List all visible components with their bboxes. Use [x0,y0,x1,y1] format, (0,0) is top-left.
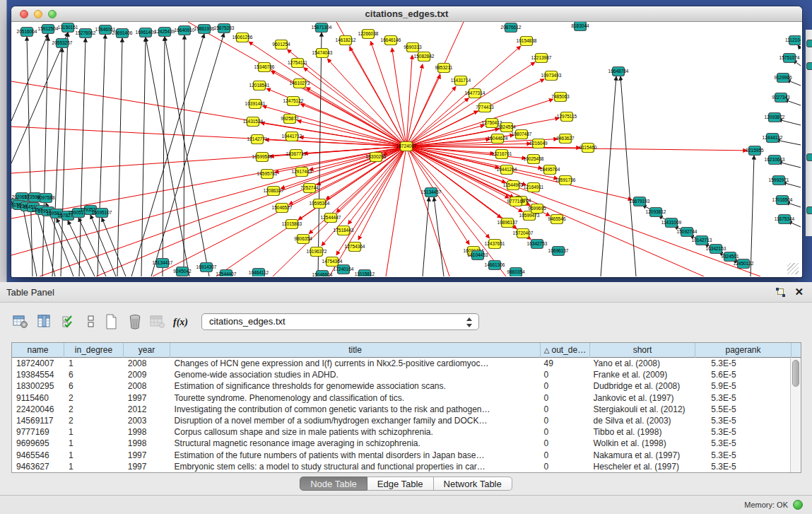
graph-node[interactable]: 12093812 [646,208,666,217]
table-row[interactable]: 1830029562008Estimation of significance … [12,380,790,392]
graph-node[interactable]: 14595781 [257,170,278,179]
column-visibility-button[interactable] [35,313,54,331]
graph-node[interactable]: 12266038 [358,30,379,39]
graph-node[interactable]: 15474043 [312,49,333,58]
table-row[interactable]: 969969511998Structural magnetic resonanc… [12,438,790,449]
table-select-dropdown[interactable]: citations_edges.txt [201,313,479,330]
column-header-title[interactable]: title [170,343,541,358]
graph-node[interactable]: 10591736 [555,176,576,185]
graph-node[interactable]: 10464112 [249,269,269,277]
graph-node[interactable]: 10696137 [548,247,569,256]
graph-node[interactable]: 12437651 [485,240,505,249]
column-header-out_de[interactable]: △out_de… [541,343,590,358]
graph-node[interactable]: 10154838 [517,37,537,46]
graph-node[interactable]: 15346786 [254,63,275,72]
import-table-button[interactable] [148,313,167,331]
graph-node[interactable]: 19861936 [194,25,215,34]
graph-node[interactable]: 16648784 [608,67,629,76]
graph-node[interactable]: 15751074 [779,54,800,63]
graph-node[interactable]: 12086327 [264,187,284,196]
graph-node[interactable]: 10595364 [310,199,330,209]
graph-node[interactable]: 12425439 [155,28,175,37]
table-row[interactable]: 911546021997Tourette syndrome. Phenomeno… [12,392,790,404]
graph-node[interactable]: 14661306 [485,261,505,270]
graph-node[interactable]: 12975115 [557,112,577,122]
column-header-in_degree[interactable]: in_degree [64,343,124,358]
graph-node[interactable]: 12917443 [292,168,312,177]
graph-node[interactable]: 15092744 [677,228,698,237]
graph-node[interactable]: 17518443 [334,226,354,235]
table-row[interactable]: 946554611997Estimation of the future num… [12,450,790,461]
graph-node[interactable]: 14618212 [336,36,356,45]
graph-node[interactable]: 16646146 [381,36,401,45]
graph-node[interactable]: 10196372 [307,247,327,257]
graph-node[interactable]: 16640910 [175,26,195,35]
float-panel-icon[interactable] [776,288,785,297]
graph-node[interactable]: 20553257 [52,39,73,48]
graph-node[interactable]: 6216049 [529,139,548,148]
table-vertical-scrollbar[interactable] [790,358,801,472]
graph-node[interactable]: 11431009 [661,218,682,228]
graph-node[interactable]: 15875283 [214,24,235,33]
graph-node[interactable]: 18300295 [366,153,387,162]
graph-node[interactable]: 12142771 [247,135,268,144]
graph-node[interactable]: 18495764 [540,165,560,175]
graph-node[interactable]: 9925872 [281,115,299,124]
graph-node[interactable]: 9806354 [294,235,312,244]
network-canvas[interactable]: 1872400715346786120185411039144111431524… [11,22,801,276]
new-column-button[interactable] [102,313,120,331]
graph-node[interactable]: 9860354 [507,268,525,277]
graph-node[interactable]: 12754111 [288,59,307,68]
graph-node[interactable]: 9463627 [556,134,575,144]
graph-node[interactable]: 12754364 [345,243,365,252]
graph-node[interactable]: 11015812 [355,270,375,277]
graph-node[interactable]: 16095107 [92,209,112,218]
graph-node[interactable]: 16342153 [706,245,726,254]
graph-node[interactable]: 16104453 [468,251,488,260]
graph-node[interactable]: 11121043 [785,36,801,45]
tab-edge-table[interactable]: Edge Table [367,477,434,491]
tab-network-table[interactable]: Network Table [434,477,512,491]
column-header-name[interactable]: name [12,343,64,358]
row-selection-button[interactable] [59,313,78,331]
window-resize-grip[interactable] [787,263,799,274]
graph-node[interactable]: 11675344 [775,215,795,224]
graph-node[interactable]: 10807487 [512,130,532,139]
graph-node[interactable]: 15134457 [421,188,442,197]
graph-node[interactable]: 16914307 [196,263,217,272]
graph-node[interactable]: 15082842 [414,52,435,62]
graph-node[interactable]: 15046604 [312,271,333,277]
graph-node[interactable]: 10896137 [498,218,518,228]
column-header-pagerank[interactable]: pagerank [695,343,792,358]
graph-node[interactable]: 18367713 [286,150,307,159]
graph-node[interactable]: 9324501 [721,252,739,262]
graph-node[interactable]: 12544407 [216,270,237,277]
delete-column-button[interactable] [126,313,144,331]
graph-node[interactable]: 10142713 [692,236,712,245]
graph-node[interactable]: 11015863 [282,220,302,229]
graph-node[interactable]: 14610273 [290,79,310,88]
graph-node[interactable]: 11431714 [451,76,471,86]
table-row[interactable]: 1938455462009Genome-wide association stu… [12,369,790,380]
graph-node[interactable]: 16342753 [527,240,548,249]
graph-node[interactable]: 20691406 [112,29,133,38]
graph-node[interactable]: 16961409 [136,28,156,37]
table-row[interactable]: 1872400712008Changes of HCN gene express… [12,358,790,369]
graph-node[interactable]: 10441264 [497,165,517,175]
graph-node[interactable]: 7774413 [476,103,494,112]
table-row[interactable]: 1456911722003Disruption of a novel membe… [12,415,790,426]
graph-node[interactable]: 15134417 [153,259,173,268]
graph-node[interactable]: 9690313 [404,43,422,52]
rows-button[interactable] [82,313,100,331]
graph-node[interactable]: 16679193 [630,197,650,206]
graph-node[interactable]: 8215955 [746,146,764,156]
graph-node[interactable]: 10441712 [282,132,302,141]
graph-node[interactable]: 20516064 [17,28,37,37]
graph-node[interactable]: 15720407 [513,229,534,238]
table-row[interactable]: 946362711997Embryonic stem cells: a mode… [12,461,790,472]
graph-node[interactable]: 9115460 [579,144,597,153]
graph-node[interactable]: 9853211 [435,64,453,73]
graph-node[interactable]: 9465546 [548,215,566,224]
graph-node[interactable]: 12213987 [531,54,552,63]
tab-node-table[interactable]: Node Table [300,477,367,491]
